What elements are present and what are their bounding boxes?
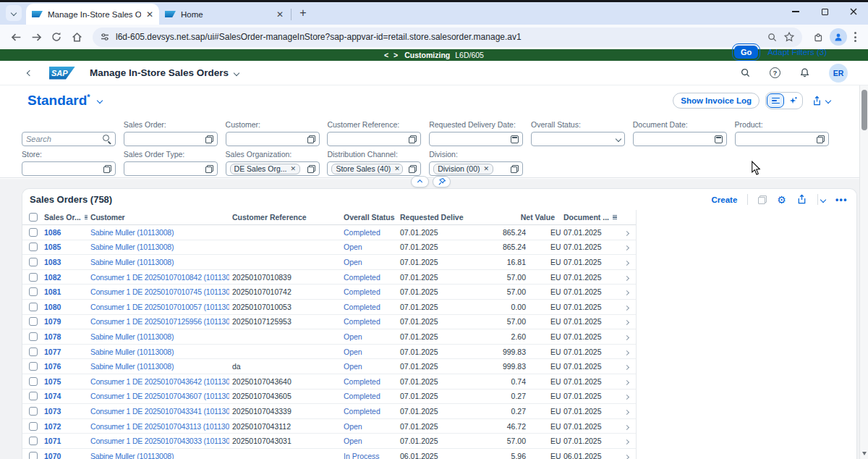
row-checkbox[interactable] [29,348,38,356]
shell-search-icon[interactable] [740,67,751,78]
table-row[interactable]: 1077 Sabine Muller (10113008) Open 07.01… [22,345,636,360]
back-button[interactable] [6,27,26,47]
browser-tab-active[interactable]: Manage In-Store Sales Orders ✕ [26,4,159,25]
export-share-icon[interactable] [812,96,822,106]
sales-order-link[interactable]: 1076 [41,362,88,371]
shell-back-icon[interactable] [27,70,33,75]
extensions-button[interactable] [808,27,828,47]
token-division[interactable]: Division (00)✕ [433,164,493,174]
overflow-menu-icon[interactable]: ••• [835,195,848,205]
export-chevron-icon[interactable] [820,196,826,202]
row-checkbox[interactable] [29,332,38,341]
sap-logo[interactable]: SAP [49,67,75,80]
collapse-filter-bar-button[interactable] [411,176,429,188]
settings-gear-icon[interactable]: ⚙ [777,195,786,205]
value-help-icon[interactable] [307,165,315,173]
minimize-button[interactable] [781,2,810,21]
document-date-input[interactable] [637,135,712,143]
row-checkbox[interactable] [29,303,38,311]
row-checkbox[interactable] [29,287,38,296]
calendar-icon[interactable] [715,135,723,143]
sales-order-link[interactable]: 1075 [41,377,88,386]
value-help-icon[interactable] [511,165,519,173]
zoom-icon[interactable] [767,32,778,43]
store-input[interactable] [26,164,101,173]
table-row[interactable]: 1079 Consumer 1 DE 20250107125956 (10113… [22,315,636,330]
sales-order-link[interactable]: 1083 [41,258,88,266]
customer-link[interactable]: Consumer 1 DE 20250107125956 (10113005) [88,317,229,326]
page-scrollbar[interactable] [859,85,868,459]
value-help-icon[interactable] [307,135,315,143]
search-icon[interactable] [103,135,111,143]
sales-order-link[interactable]: 1079 [41,317,88,326]
table-row[interactable]: 1085 Sabine Muller (10113008) Open 07.01… [22,240,636,256]
table-row[interactable]: 1086 Sabine Muller (10113008) Completed … [22,225,636,240]
tab-close-icon[interactable]: ✕ [276,10,284,19]
token-remove-icon[interactable]: ✕ [291,165,297,172]
row-navigation-chevron-icon[interactable] [624,290,629,295]
customer-link[interactable]: Consumer 1 DE 20250107043113 (10113005) [88,422,229,431]
sales-order-link[interactable]: 1074 [41,392,88,400]
copy-icon[interactable] [758,195,767,204]
forward-button[interactable] [26,27,46,47]
customer-link[interactable]: Consumer 1 DE 20250107043033 (10113005) [88,437,229,445]
browser-tab-home[interactable]: Home ✕ [159,4,289,25]
row-checkbox[interactable] [29,392,38,400]
row-checkbox[interactable] [29,243,38,251]
search-input[interactable] [26,135,100,143]
value-help-icon[interactable] [409,135,417,143]
sales-order-link[interactable]: 1082 [41,273,88,282]
adapt-filters-link[interactable]: Adapt Filters (3) [767,48,827,56]
sales-order-type-input[interactable] [128,164,203,173]
pin-filter-bar-button[interactable] [433,176,451,188]
row-checkbox[interactable] [29,317,38,326]
row-navigation-chevron-icon[interactable] [624,335,629,340]
row-checkbox[interactable] [29,258,38,266]
customer-link[interactable]: Sabine Muller (10113008) [88,243,229,251]
table-row[interactable]: 1072 Consumer 1 DE 20250107043113 (10113… [22,419,636,434]
sales-order-link[interactable]: 1071 [41,437,88,445]
sales-order-link[interactable]: 1077 [41,348,88,356]
row-navigation-chevron-icon[interactable] [624,350,629,355]
customer-link[interactable]: Sabine Muller (10113008) [88,348,229,356]
ai-variant-button[interactable] [784,93,801,108]
table-row[interactable]: 1078 Sabine Muller (10113008) Open 07.01… [22,329,636,345]
show-invoice-log-button[interactable]: Show Invoice Log [673,93,760,109]
value-help-icon[interactable] [205,165,213,173]
row-navigation-chevron-icon[interactable] [624,306,629,311]
value-help-icon[interactable] [205,135,213,143]
share-chevron-icon[interactable] [825,98,831,104]
customer-link[interactable]: Sabine Muller (10113008) [88,258,229,266]
customer-link[interactable]: Consumer 1 DE 20250107010745 (10113005) [88,287,229,296]
sales-order-link[interactable]: 1073 [41,407,88,416]
filter-bar-view-button[interactable] [767,93,784,108]
variant-chevron-icon[interactable] [96,98,102,104]
column-net-value[interactable]: Net Value [464,213,561,222]
user-avatar[interactable]: ER [829,64,848,83]
table-row[interactable]: 1082 Consumer 1 DE 20250107010842 (10113… [22,270,636,285]
row-checkbox[interactable] [29,422,38,431]
sales-order-input[interactable] [128,135,203,143]
column-document-date[interactable]: Document ... [561,213,617,222]
variant-title[interactable]: Standard* [27,93,90,109]
row-checkbox[interactable] [29,407,38,416]
row-navigation-chevron-icon[interactable] [624,276,629,281]
select-all-checkbox[interactable] [29,213,38,222]
sales-order-link[interactable]: 1081 [41,287,88,296]
table-row[interactable]: 1083 Sabine Muller (10113008) Open 07.01… [22,255,636,270]
requested-delivery-date-input[interactable] [433,135,508,143]
customer-link[interactable]: Sabine Muller (10113008) [88,332,229,341]
row-checkbox[interactable] [29,452,38,459]
column-requested-delivery[interactable]: Requested Deliver... [397,213,464,222]
value-help-icon[interactable] [409,165,417,173]
customer-link[interactable]: Consumer 1 DE 20250107010057 (10113005) [88,303,229,311]
sales-order-link[interactable]: 1070 [41,452,88,459]
table-row[interactable]: 1080 Consumer 1 DE 20250107010057 (10113… [22,300,636,315]
customer-link[interactable]: Sabine Muller (10113008) [88,228,229,237]
table-row[interactable]: 1075 Consumer 1 DE 20250107043642 (10113… [22,374,636,389]
customer-reference-input[interactable] [331,135,406,143]
help-icon[interactable]: ? [770,67,780,78]
customer-link[interactable]: Consumer 1 DE 20250107043642 (10113005) [88,377,229,386]
row-navigation-chevron-icon[interactable] [624,365,629,370]
column-overall-status[interactable]: Overall Status [341,213,397,222]
